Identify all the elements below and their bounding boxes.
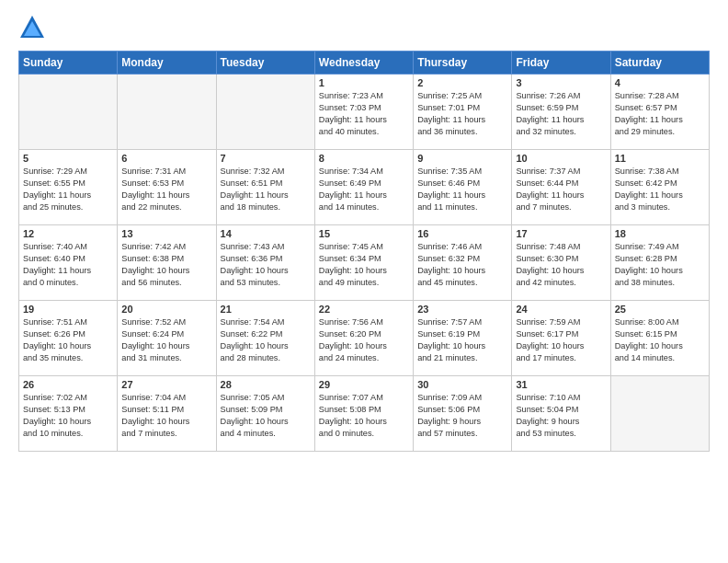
day-cell: [610, 376, 709, 452]
day-cell: 1Sunrise: 7:23 AM Sunset: 7:03 PM Daylig…: [314, 75, 413, 150]
day-number: 5: [23, 153, 113, 164]
day-info: Sunrise: 7:10 AM Sunset: 5:04 PM Dayligh…: [516, 392, 606, 440]
header-cell-friday: Friday: [512, 52, 610, 75]
day-info: Sunrise: 7:29 AM Sunset: 6:55 PM Dayligh…: [23, 166, 113, 213]
day-cell: 29Sunrise: 7:07 AM Sunset: 5:08 PM Dayli…: [314, 376, 413, 452]
day-info: Sunrise: 8:00 AM Sunset: 6:15 PM Dayligh…: [615, 316, 705, 364]
day-number: 16: [417, 228, 507, 239]
day-info: Sunrise: 7:35 AM Sunset: 6:46 PM Dayligh…: [417, 166, 507, 213]
header-cell-wednesday: Wednesday: [314, 52, 413, 75]
day-number: 21: [221, 304, 311, 315]
day-info: Sunrise: 7:57 AM Sunset: 6:19 PM Dayligh…: [417, 316, 507, 364]
day-info: Sunrise: 7:02 AM Sunset: 5:13 PM Dayligh…: [23, 392, 113, 440]
day-cell: 11Sunrise: 7:38 AM Sunset: 6:42 PM Dayli…: [610, 150, 709, 225]
day-info: Sunrise: 7:48 AM Sunset: 6:30 PM Dayligh…: [516, 241, 606, 289]
day-cell: 27Sunrise: 7:04 AM Sunset: 5:11 PM Dayli…: [118, 376, 216, 452]
week-row-0: 1Sunrise: 7:23 AM Sunset: 7:03 PM Daylig…: [19, 75, 710, 150]
day-info: Sunrise: 7:54 AM Sunset: 6:22 PM Dayligh…: [221, 316, 311, 364]
day-number: 8: [319, 153, 409, 164]
header-cell-monday: Monday: [118, 52, 216, 75]
day-info: Sunrise: 7:42 AM Sunset: 6:38 PM Dayligh…: [121, 241, 211, 289]
day-number: 27: [121, 379, 211, 390]
day-cell: 3Sunrise: 7:26 AM Sunset: 6:59 PM Daylig…: [512, 75, 610, 150]
day-number: 15: [319, 228, 409, 239]
day-info: Sunrise: 7:05 AM Sunset: 5:09 PM Dayligh…: [221, 392, 311, 440]
day-info: Sunrise: 7:28 AM Sunset: 6:57 PM Dayligh…: [615, 90, 705, 138]
day-cell: 25Sunrise: 8:00 AM Sunset: 6:15 PM Dayli…: [610, 301, 709, 376]
day-info: Sunrise: 7:25 AM Sunset: 7:01 PM Dayligh…: [417, 90, 507, 138]
day-number: 4: [615, 77, 705, 88]
header-cell-sunday: Sunday: [19, 52, 118, 75]
day-info: Sunrise: 7:52 AM Sunset: 6:24 PM Dayligh…: [121, 316, 211, 364]
header-cell-saturday: Saturday: [610, 52, 709, 75]
day-cell: 9Sunrise: 7:35 AM Sunset: 6:46 PM Daylig…: [414, 150, 512, 225]
day-info: Sunrise: 7:51 AM Sunset: 6:26 PM Dayligh…: [23, 316, 113, 364]
day-number: 22: [319, 304, 409, 315]
day-cell: 17Sunrise: 7:48 AM Sunset: 6:30 PM Dayli…: [512, 225, 610, 301]
day-number: 18: [615, 228, 705, 239]
day-number: 28: [221, 379, 311, 390]
day-number: 6: [121, 153, 211, 164]
header-row: SundayMondayTuesdayWednesdayThursdayFrid…: [19, 52, 710, 75]
page: SundayMondayTuesdayWednesdayThursdayFrid…: [0, 0, 728, 563]
day-info: Sunrise: 7:26 AM Sunset: 6:59 PM Dayligh…: [516, 90, 606, 138]
day-number: 9: [417, 153, 507, 164]
day-info: Sunrise: 7:38 AM Sunset: 6:42 PM Dayligh…: [615, 166, 705, 213]
day-number: 26: [23, 379, 113, 390]
week-row-1: 5Sunrise: 7:29 AM Sunset: 6:55 PM Daylig…: [19, 150, 710, 225]
day-number: 24: [516, 304, 606, 315]
day-number: 3: [516, 77, 606, 88]
day-cell: 15Sunrise: 7:45 AM Sunset: 6:34 PM Dayli…: [314, 225, 413, 301]
day-cell: [216, 75, 314, 150]
day-info: Sunrise: 7:31 AM Sunset: 6:53 PM Dayligh…: [121, 166, 211, 213]
day-info: Sunrise: 7:45 AM Sunset: 6:34 PM Dayligh…: [319, 241, 409, 289]
day-cell: 13Sunrise: 7:42 AM Sunset: 6:38 PM Dayli…: [118, 225, 216, 301]
day-number: 12: [23, 228, 113, 239]
day-number: 19: [23, 304, 113, 315]
day-info: Sunrise: 7:32 AM Sunset: 6:51 PM Dayligh…: [221, 166, 311, 213]
day-cell: 8Sunrise: 7:34 AM Sunset: 6:49 PM Daylig…: [314, 150, 413, 225]
day-cell: 18Sunrise: 7:49 AM Sunset: 6:28 PM Dayli…: [610, 225, 709, 301]
day-cell: 6Sunrise: 7:31 AM Sunset: 6:53 PM Daylig…: [118, 150, 216, 225]
day-number: 11: [615, 153, 705, 164]
day-info: Sunrise: 7:46 AM Sunset: 6:32 PM Dayligh…: [417, 241, 507, 289]
day-number: 25: [615, 304, 705, 315]
day-cell: 7Sunrise: 7:32 AM Sunset: 6:51 PM Daylig…: [216, 150, 314, 225]
day-cell: 4Sunrise: 7:28 AM Sunset: 6:57 PM Daylig…: [610, 75, 709, 150]
day-cell: [118, 75, 216, 150]
day-info: Sunrise: 7:23 AM Sunset: 7:03 PM Dayligh…: [319, 90, 409, 138]
week-row-3: 19Sunrise: 7:51 AM Sunset: 6:26 PM Dayli…: [19, 301, 710, 376]
day-cell: 26Sunrise: 7:02 AM Sunset: 5:13 PM Dayli…: [19, 376, 118, 452]
day-cell: 16Sunrise: 7:46 AM Sunset: 6:32 PM Dayli…: [414, 225, 512, 301]
day-info: Sunrise: 7:59 AM Sunset: 6:17 PM Dayligh…: [516, 316, 606, 364]
day-cell: 30Sunrise: 7:09 AM Sunset: 5:06 PM Dayli…: [414, 376, 512, 452]
day-info: Sunrise: 7:04 AM Sunset: 5:11 PM Dayligh…: [121, 392, 211, 440]
day-number: 13: [121, 228, 211, 239]
day-cell: 28Sunrise: 7:05 AM Sunset: 5:09 PM Dayli…: [216, 376, 314, 452]
header-cell-thursday: Thursday: [414, 52, 512, 75]
day-info: Sunrise: 7:37 AM Sunset: 6:44 PM Dayligh…: [516, 166, 606, 213]
week-row-4: 26Sunrise: 7:02 AM Sunset: 5:13 PM Dayli…: [19, 376, 710, 452]
day-info: Sunrise: 7:40 AM Sunset: 6:40 PM Dayligh…: [23, 241, 113, 289]
day-cell: 2Sunrise: 7:25 AM Sunset: 7:01 PM Daylig…: [414, 75, 512, 150]
day-number: 1: [319, 77, 409, 88]
day-number: 14: [221, 228, 311, 239]
calendar-table: SundayMondayTuesdayWednesdayThursdayFrid…: [18, 51, 710, 452]
day-info: Sunrise: 7:09 AM Sunset: 5:06 PM Dayligh…: [417, 392, 507, 440]
day-cell: 19Sunrise: 7:51 AM Sunset: 6:26 PM Dayli…: [19, 301, 118, 376]
day-info: Sunrise: 7:43 AM Sunset: 6:36 PM Dayligh…: [221, 241, 311, 289]
day-info: Sunrise: 7:56 AM Sunset: 6:20 PM Dayligh…: [319, 316, 409, 364]
day-number: 29: [319, 379, 409, 390]
day-number: 31: [516, 379, 606, 390]
day-cell: 12Sunrise: 7:40 AM Sunset: 6:40 PM Dayli…: [19, 225, 118, 301]
day-number: 10: [516, 153, 606, 164]
day-number: 30: [417, 379, 507, 390]
day-info: Sunrise: 7:07 AM Sunset: 5:08 PM Dayligh…: [319, 392, 409, 440]
header: [18, 14, 710, 41]
day-cell: 20Sunrise: 7:52 AM Sunset: 6:24 PM Dayli…: [118, 301, 216, 376]
day-cell: 21Sunrise: 7:54 AM Sunset: 6:22 PM Dayli…: [216, 301, 314, 376]
day-number: 20: [121, 304, 211, 315]
day-number: 2: [417, 77, 507, 88]
day-number: 17: [516, 228, 606, 239]
day-cell: 5Sunrise: 7:29 AM Sunset: 6:55 PM Daylig…: [19, 150, 118, 225]
